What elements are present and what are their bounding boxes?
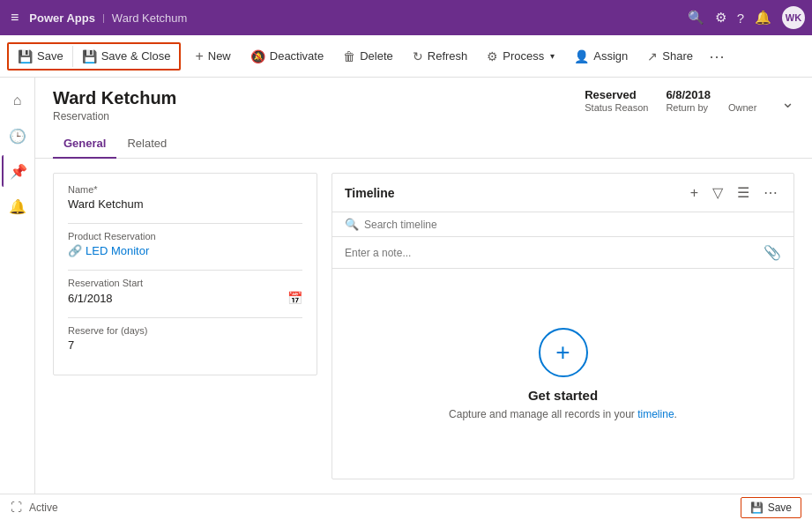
return-date-label: Return by xyxy=(666,102,708,113)
status-left: ⛶ Active xyxy=(11,501,58,514)
timeline-more-button[interactable]: ⋯ xyxy=(760,182,781,203)
expand-icon[interactable]: ⛶ xyxy=(11,501,22,514)
nav-pinned-icon[interactable]: 📌 xyxy=(2,155,34,187)
product-link[interactable]: 🔗 LED Monitor xyxy=(68,244,302,257)
save-close-button[interactable]: 💾 Save & Close xyxy=(73,44,180,69)
reservation-start-with-icon: 6/1/2018 📅 xyxy=(68,291,302,305)
process-icon: ⚙ xyxy=(487,49,498,63)
timeline-panel: Timeline + ▽ ☰ ⋯ 🔍 📎 + Get started xyxy=(332,173,794,479)
hamburger-icon[interactable]: ≡ xyxy=(7,6,22,29)
help-icon[interactable]: ? xyxy=(737,11,744,26)
timeline-add-button[interactable]: + xyxy=(687,183,702,203)
save-button-group: 💾 Save 💾 Save & Close xyxy=(7,42,181,71)
assign-icon: 👤 xyxy=(574,49,589,63)
name-field-group: Name* Ward Ketchum xyxy=(68,184,302,211)
calendar-icon[interactable]: 📅 xyxy=(287,291,302,305)
new-icon: + xyxy=(195,48,203,64)
timeline-filter-button[interactable]: ▽ xyxy=(709,182,726,203)
form-area: Name* Ward Ketchum Product Reservation 🔗… xyxy=(35,159,812,494)
product-label: Product Reservation xyxy=(68,231,302,241)
app-name: Ward Ketchum xyxy=(112,11,188,25)
share-button[interactable]: ↗ Share xyxy=(638,44,702,69)
owner-value xyxy=(728,88,764,101)
get-started-desc: Capture and manage all records in your t… xyxy=(449,408,677,420)
divider-2 xyxy=(68,270,302,271)
delete-icon: 🗑 xyxy=(343,49,355,63)
attach-icon[interactable]: 📎 xyxy=(764,244,781,261)
user-avatar[interactable]: WK xyxy=(782,6,805,29)
timeline-search-input[interactable] xyxy=(364,219,781,231)
product-link-icon: 🔗 xyxy=(68,244,82,257)
divider-1 xyxy=(68,223,302,224)
status-bar: ⛶ Active 💾 Save xyxy=(0,494,812,520)
top-bar-icons: 🔍 ⚙ ? 🔔 WK xyxy=(688,6,805,29)
save-button[interactable]: 💾 Save xyxy=(9,44,72,69)
reservation-start-value: 6/1/2018 xyxy=(68,292,113,305)
timeline-note-bar: 📎 xyxy=(332,237,793,269)
record-subtitle: Reservation xyxy=(53,110,176,123)
tab-related[interactable]: Related xyxy=(116,130,177,159)
divider-3 xyxy=(68,317,302,318)
reservation-start-field-group: Reservation Start 6/1/2018 📅 xyxy=(68,278,302,305)
tab-general[interactable]: General xyxy=(53,130,116,159)
timeline-note-input[interactable] xyxy=(345,247,758,259)
deactivate-icon: 🔕 xyxy=(250,49,265,63)
status-save-icon: 💾 xyxy=(750,501,764,514)
record-collapse-chevron[interactable]: ⌄ xyxy=(781,93,794,112)
tabs-bar: General Related xyxy=(35,130,812,159)
nav-recent-icon[interactable]: 🕒 xyxy=(2,120,34,152)
return-date-value: 6/8/2018 xyxy=(666,88,711,101)
more-commands-button[interactable]: ⋯ xyxy=(704,43,730,70)
new-button[interactable]: + New xyxy=(186,43,239,70)
record-title: Ward Ketchum xyxy=(53,88,176,108)
status-save-button[interactable]: 💾 Save xyxy=(741,497,801,518)
search-top-icon[interactable]: 🔍 xyxy=(688,10,704,26)
name-value: Ward Ketchum xyxy=(68,197,302,211)
notifications-icon[interactable]: 🔔 xyxy=(755,10,771,26)
name-label: Name* xyxy=(68,184,302,195)
share-icon: ↗ xyxy=(647,49,658,63)
command-bar: 💾 Save 💾 Save & Close + New 🔕 Deactivate… xyxy=(0,35,812,78)
record-header: Ward Ketchum Reservation Reserved Status… xyxy=(35,78,812,123)
top-bar-separator: | xyxy=(102,12,105,23)
timeline-search-bar: 🔍 xyxy=(332,212,793,237)
timeline-body: + Get started Capture and manage all rec… xyxy=(332,269,793,479)
reserve-for-field-group: Reserve for (days) 7 xyxy=(68,325,302,352)
status-reason-label: Status Reason xyxy=(585,102,648,113)
status-reason-field: Reserved Status Reason xyxy=(585,88,648,113)
reservation-start-label: Reservation Start xyxy=(68,278,302,288)
process-chevron-icon: ▾ xyxy=(550,51,555,61)
form-panel: Name* Ward Ketchum Product Reservation 🔗… xyxy=(53,173,317,375)
save-icon: 💾 xyxy=(18,49,33,63)
refresh-button[interactable]: ↻ Refresh xyxy=(404,44,477,69)
side-nav: ⌂ 🕒 📌 🔔 xyxy=(0,78,35,494)
timeline-link[interactable]: timeline xyxy=(637,408,674,420)
assign-button[interactable]: 👤 Assign xyxy=(565,44,637,69)
reserve-for-value: 7 xyxy=(68,338,302,352)
nav-home-icon[interactable]: ⌂ xyxy=(2,85,34,116)
owner-field: Owner xyxy=(728,88,764,113)
refresh-icon: ↻ xyxy=(413,49,423,63)
return-date-field: 6/8/2018 Return by xyxy=(666,88,711,113)
settings-icon[interactable]: ⚙ xyxy=(715,10,726,26)
timeline-title: Timeline xyxy=(345,186,680,200)
owner-label: Owner xyxy=(728,102,756,113)
reserve-for-label: Reserve for (days) xyxy=(68,325,302,336)
product-field-group: Product Reservation 🔗 LED Monitor xyxy=(68,231,302,257)
deactivate-button[interactable]: 🔕 Deactivate xyxy=(242,44,332,69)
timeline-sort-button[interactable]: ☰ xyxy=(734,182,753,203)
status-reason-value: Reserved xyxy=(585,88,637,101)
main-layout: ⌂ 🕒 📌 🔔 Ward Ketchum Reservation Reserve… xyxy=(0,78,812,494)
top-bar: ≡ Power Apps | Ward Ketchum 🔍 ⚙ ? 🔔 WK xyxy=(0,0,812,35)
app-logo: Power Apps xyxy=(29,11,95,25)
content-area: Ward Ketchum Reservation Reserved Status… xyxy=(35,78,812,494)
timeline-search-icon: 🔍 xyxy=(345,218,359,231)
nav-alerts-icon[interactable]: 🔔 xyxy=(2,190,34,222)
delete-button[interactable]: 🗑 Delete xyxy=(334,44,402,69)
timeline-header: Timeline + ▽ ☰ ⋯ xyxy=(332,174,793,212)
status-text: Active xyxy=(29,501,58,514)
process-button[interactable]: ⚙ Process ▾ xyxy=(478,44,563,69)
record-meta-group: Reserved Status Reason 6/8/2018 Return b… xyxy=(585,88,794,113)
record-title-section: Ward Ketchum Reservation xyxy=(53,88,176,123)
save-close-icon: 💾 xyxy=(82,49,97,63)
